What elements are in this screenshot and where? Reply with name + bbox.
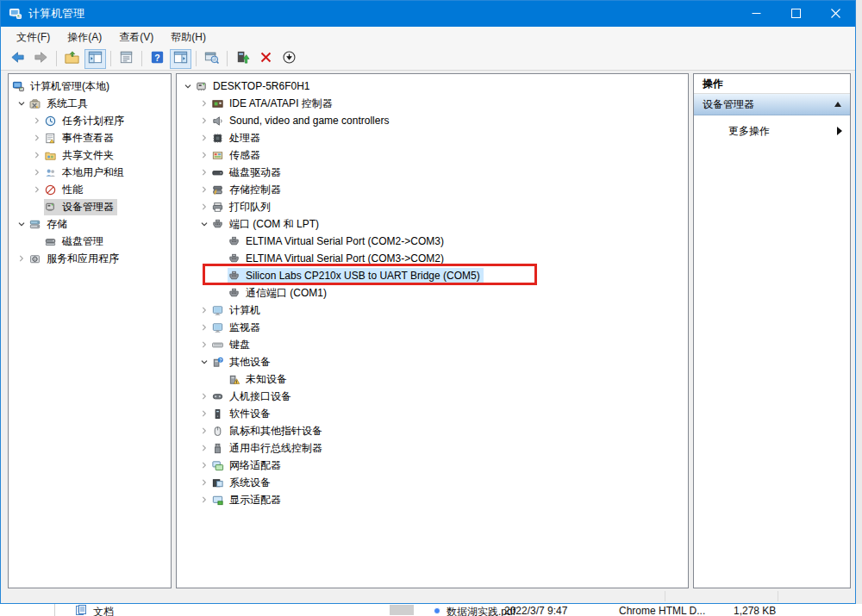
tree-item[interactable]: 打印队列 — [177, 198, 688, 215]
tree-item[interactable]: ELTIMA Virtual Serial Port (COM2->COM3) — [177, 233, 688, 250]
chevron-down-icon[interactable] — [14, 96, 28, 110]
menu-item[interactable]: 帮助(H) — [162, 28, 215, 47]
tree-item[interactable]: 系统设备 — [177, 474, 688, 491]
chevron-down-icon[interactable] — [180, 79, 195, 93]
chevron-right-icon[interactable] — [197, 165, 211, 179]
tree-item[interactable]: 端口 (COM 和 LPT) — [177, 215, 688, 233]
tree-item[interactable]: 网络适配器 — [177, 457, 688, 474]
chevron-right-icon[interactable] — [29, 165, 44, 179]
status-bar — [1, 589, 855, 603]
tree-item[interactable]: 存储控制器 — [177, 181, 688, 198]
chevron-right-icon[interactable] — [29, 131, 44, 145]
tree-item[interactable]: 磁盘管理 — [9, 233, 171, 250]
tree-item[interactable]: 通用串行总线控制器 — [177, 439, 688, 457]
tree-item[interactable]: DESKTOP-5R6F0H1 — [177, 78, 688, 95]
tree-item[interactable]: 鼠标和其他指针设备 — [177, 422, 688, 439]
tree-item[interactable]: ELTIMA Virtual Serial Port (COM3->COM2) — [177, 250, 688, 267]
tree-item[interactable]: Sound, video and game controllers — [177, 112, 688, 129]
tree-item[interactable]: 处理器 — [177, 129, 688, 146]
chevron-right-icon[interactable] — [197, 441, 211, 455]
tree-item-content: 人机接口设备 — [211, 389, 295, 405]
toolbar-show-console-tree-button[interactable] — [84, 49, 106, 69]
tree-item[interactable]: 设备管理器 — [9, 198, 171, 215]
chevron-right-icon[interactable] — [197, 303, 211, 317]
toolbar-update-driver-button[interactable] — [232, 49, 253, 69]
tree-item[interactable]: 计算机管理(本地) — [9, 78, 171, 95]
tree-item[interactable]: 计算机 — [177, 302, 688, 319]
file-size: 1,278 KB — [734, 605, 776, 616]
chevron-right-icon[interactable] — [197, 424, 211, 438]
window-title: 计算机管理 — [28, 6, 84, 22]
chevron-right-icon[interactable] — [197, 96, 211, 110]
chevron-right-icon[interactable] — [197, 114, 211, 128]
toolbar-new-window-button[interactable] — [201, 49, 222, 69]
tree-item[interactable]: 系统工具 — [9, 95, 171, 112]
toolbar-back-button[interactable] — [7, 49, 28, 69]
task-scheduler-icon — [44, 114, 59, 128]
tree-item[interactable]: 通信端口 (COM1) — [177, 284, 688, 302]
folder-row-label[interactable]: 文档 — [93, 605, 114, 616]
menu-item[interactable]: 操作(A) — [59, 28, 110, 47]
chevron-right-icon[interactable] — [197, 148, 211, 162]
chevron-right-icon[interactable] — [14, 252, 28, 265]
chevron-down-icon[interactable] — [14, 217, 28, 231]
tree-item[interactable]: 传感器 — [177, 146, 688, 164]
toolbar-forward-button[interactable] — [30, 49, 52, 69]
chevron-spacer — [213, 269, 228, 283]
tree-item[interactable]: IDE ATA/ATAPI 控制器 — [177, 95, 688, 112]
tree-item-content: 端口 (COM 和 LPT) — [211, 216, 322, 233]
chevron-right-icon[interactable] — [197, 200, 211, 214]
chevron-right-icon[interactable] — [197, 389, 211, 403]
close-button[interactable] — [815, 1, 855, 27]
scrollbar-thumb[interactable] — [390, 605, 414, 615]
tree-item[interactable]: 软件设备 — [177, 405, 688, 422]
tree-item[interactable]: 任务计划程序 — [9, 112, 171, 129]
chevron-spacer — [29, 200, 44, 214]
toolbar-help-button[interactable]: ? — [147, 49, 168, 69]
tree-item[interactable]: ?其他设备 — [177, 353, 688, 370]
tree-item[interactable]: 事件查看器 — [9, 129, 171, 146]
chevron-right-icon[interactable] — [197, 407, 211, 420]
chevron-right-icon[interactable] — [197, 493, 211, 507]
toolbar-uninstall-device-button[interactable] — [255, 49, 277, 69]
tree-item[interactable]: 键盘 — [177, 336, 688, 353]
chevron-right-icon[interactable] — [197, 320, 211, 334]
chevron-down-icon[interactable] — [197, 355, 211, 369]
chevron-right-icon[interactable] — [197, 476, 211, 489]
tree-item[interactable]: 磁盘驱动器 — [177, 164, 688, 181]
tree-item[interactable]: 显示适配器 — [177, 491, 688, 508]
toolbar-export-list-button[interactable] — [61, 49, 83, 69]
maximize-button[interactable] — [776, 1, 815, 27]
chevron-right-icon[interactable] — [29, 183, 44, 196]
tree-item[interactable]: 共享文件夹 — [9, 146, 171, 164]
tree-item[interactable]: 存储 — [9, 215, 171, 233]
tree-item[interactable]: Silicon Labs CP210x USB to UART Bridge (… — [177, 267, 688, 284]
tree-item[interactable]: 服务和应用程序 — [9, 250, 171, 267]
tree-item[interactable]: 人机接口设备 — [177, 388, 688, 405]
toolbar-show-action-pane-button[interactable] — [170, 49, 191, 69]
storage-controller-icon — [211, 183, 227, 196]
collapse-icon[interactable] — [834, 102, 841, 107]
chevron-down-icon[interactable] — [197, 217, 211, 231]
network-adapter-icon — [211, 458, 227, 472]
chevron-right-icon[interactable] — [197, 458, 211, 472]
chevron-right-icon[interactable] — [197, 183, 211, 196]
chevron-right-icon[interactable] — [29, 148, 44, 162]
toolbar-disable-device-button[interactable] — [278, 49, 300, 69]
chevron-right-icon[interactable] — [197, 338, 211, 352]
chevron-right-icon[interactable] — [29, 114, 44, 128]
menu-item[interactable]: 文件(F) — [8, 28, 59, 47]
minimize-button[interactable] — [736, 1, 776, 27]
more-actions-item[interactable]: 更多操作 — [694, 121, 850, 140]
tree-item[interactable]: 本地用户和组 — [9, 164, 171, 181]
tree-item-label: DESKTOP-5R6F0H1 — [213, 80, 309, 92]
tree-item-label: Sound, video and game controllers — [229, 115, 389, 127]
menu-item[interactable]: 查看(V) — [110, 28, 162, 47]
chevron-right-icon[interactable] — [197, 131, 211, 145]
tree-item[interactable]: 未知设备 — [177, 370, 688, 388]
toolbar-properties-button[interactable] — [116, 49, 137, 69]
actions-section-header[interactable]: 设备管理器 — [694, 94, 850, 115]
tree-item-content: 事件查看器 — [44, 130, 117, 146]
tree-item[interactable]: 监视器 — [177, 319, 688, 336]
tree-item[interactable]: 性能 — [9, 181, 171, 198]
